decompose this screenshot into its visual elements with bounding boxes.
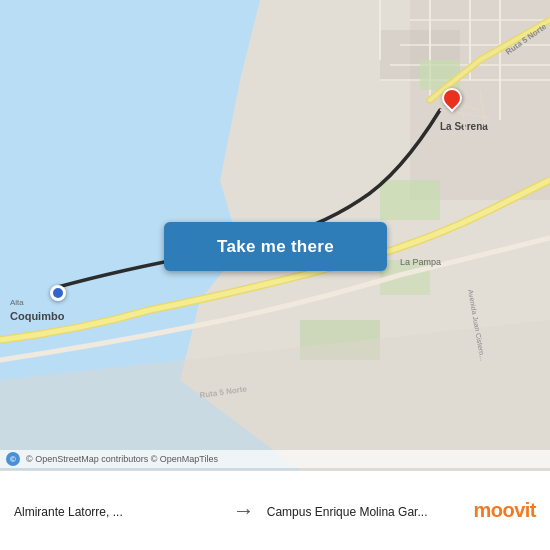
osm-logo: ©: [6, 452, 20, 466]
destination-marker: [442, 88, 464, 116]
svg-text:Coquimbo: Coquimbo: [10, 310, 65, 322]
bottom-bar: Almirante Latorre, ... → Campus Enrique …: [0, 470, 550, 550]
origin-location: Almirante Latorre, ...: [14, 502, 221, 520]
arrow-icon: →: [221, 498, 267, 524]
destination-text: Campus Enrique Molina Gar...: [267, 505, 428, 519]
moovit-logo: moovit: [473, 499, 536, 522]
take-me-there-label: Take me there: [217, 237, 334, 257]
map-attribution: © © OpenStreetMap contributors © OpenMap…: [0, 450, 550, 468]
svg-text:La Pampa: La Pampa: [400, 257, 441, 267]
map-container: Ruta 5 Norte Ruta 5 Norte La Pampa Aveni…: [0, 0, 550, 470]
moovit-logo-text: moovit: [473, 499, 536, 522]
svg-rect-12: [420, 60, 460, 90]
attribution-text: © OpenStreetMap contributors © OpenMapTi…: [26, 454, 218, 464]
take-me-there-button[interactable]: Take me there: [164, 222, 387, 271]
svg-rect-13: [380, 180, 440, 220]
origin-marker: [50, 285, 66, 301]
origin-text: Almirante Latorre, ...: [14, 505, 123, 519]
svg-text:Alta: Alta: [10, 298, 24, 307]
destination-location: Campus Enrique Molina Gar...: [267, 502, 474, 520]
